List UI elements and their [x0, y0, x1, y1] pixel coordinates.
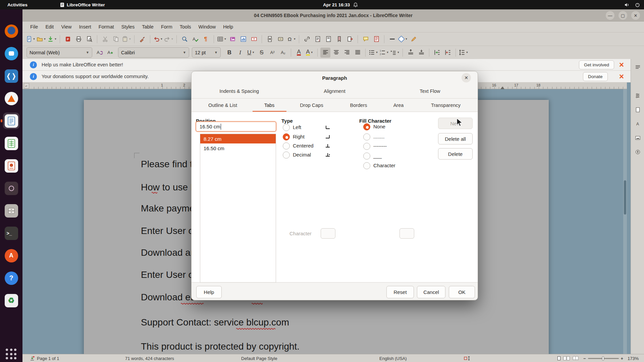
- view-layout-buttons[interactable]: [557, 354, 579, 362]
- type-centered-radio[interactable]: [283, 142, 290, 149]
- dialog-tab-text-flow[interactable]: Text Flow: [382, 84, 478, 98]
- insert-special-character-icon[interactable]: Ω▼: [286, 34, 296, 44]
- dropdown-arrow-icon[interactable]: ▼: [397, 51, 400, 54]
- ordered-list-icon[interactable]: 12▼: [379, 48, 389, 58]
- selection-mode-icon[interactable]: [464, 354, 471, 362]
- decrease-indent-icon[interactable]: [443, 48, 453, 58]
- character-highlight-icon[interactable]: A: [294, 48, 304, 58]
- dropdown-arrow-icon[interactable]: ▼: [171, 38, 174, 41]
- menu-view[interactable]: View: [57, 22, 75, 31]
- export-pdf-icon[interactable]: P: [63, 34, 73, 44]
- track-changes-icon[interactable]: [371, 34, 381, 44]
- save-icon[interactable]: ▼: [47, 34, 57, 44]
- page-style-status[interactable]: Default Page Style: [241, 354, 277, 362]
- document-text-line[interactable]: This product is protected by copyright.: [141, 341, 300, 352]
- strikethrough-icon[interactable]: S: [257, 48, 267, 58]
- gallery-icon[interactable]: [633, 133, 642, 142]
- menu-table[interactable]: Table: [138, 22, 157, 31]
- align-left-icon[interactable]: [320, 48, 330, 58]
- save-status-icon[interactable]: [30, 354, 35, 362]
- close-notification-icon[interactable]: ✕: [618, 73, 625, 80]
- close-window-button[interactable]: ✕: [631, 11, 640, 20]
- underline-icon[interactable]: U▼: [246, 48, 256, 58]
- zoom-slider[interactable]: [588, 358, 619, 359]
- maximize-button[interactable]: ▢: [619, 11, 627, 20]
- word-count-status[interactable]: 71 words, 424 characters: [125, 354, 174, 362]
- unordered-list-icon[interactable]: ▼: [368, 48, 378, 58]
- dock-item-chat[interactable]: [3, 45, 19, 62]
- dropdown-arrow-icon[interactable]: ▼: [376, 51, 378, 54]
- fill-underscore-radio[interactable]: [363, 153, 370, 160]
- dock-item-libreoffice-impress[interactable]: [3, 158, 19, 174]
- zoom-slider-handle[interactable]: [602, 356, 604, 361]
- dropdown-arrow-icon[interactable]: ▼: [466, 51, 469, 54]
- delete-button[interactable]: Delete: [438, 148, 473, 160]
- type-character-input[interactable]: [321, 228, 335, 239]
- zoom-in-icon[interactable]: +: [621, 356, 624, 361]
- paragraph-style-combobox[interactable]: Normal (Web)▼: [26, 47, 92, 58]
- superscript-icon[interactable]: A²: [267, 48, 277, 58]
- menu-window[interactable]: Window: [195, 22, 220, 31]
- power-icon[interactable]: [635, 2, 640, 7]
- show-draw-functions-icon[interactable]: [409, 34, 419, 44]
- dialog-tab-indents-spacing[interactable]: Indents & Spacing: [192, 84, 287, 98]
- dropdown-arrow-icon[interactable]: ▼: [33, 38, 36, 41]
- dialog-close-button[interactable]: ✕: [462, 73, 471, 82]
- zoom-percentage[interactable]: 173%: [628, 354, 639, 362]
- get-involved-button[interactable]: Get involved: [579, 60, 614, 69]
- tab-position-input[interactable]: 16.50 cm: [196, 121, 276, 132]
- properties-icon[interactable]: [633, 91, 642, 100]
- insert-image-icon[interactable]: [227, 34, 237, 44]
- dialog-tab-outline-list[interactable]: Outline & List: [208, 99, 237, 112]
- navigator-icon[interactable]: [633, 147, 642, 156]
- dropdown-arrow-icon[interactable]: ▼: [44, 38, 46, 41]
- subscript-icon[interactable]: A₂: [278, 48, 288, 58]
- dock-item-terminal[interactable]: >_: [3, 225, 19, 241]
- spelling-icon[interactable]: A: [190, 34, 200, 44]
- open-icon[interactable]: ▼: [36, 34, 46, 44]
- delete-all-button[interactable]: Delete all: [438, 133, 473, 144]
- vertical-scrollbar[interactable]: [623, 89, 627, 354]
- sidebar-settings-icon[interactable]: [633, 62, 642, 71]
- highlighting-color-icon[interactable]: A▼: [305, 48, 315, 58]
- dock-item-ubuntu-software[interactable]: A: [3, 247, 19, 264]
- dock-item-libreoffice-calc[interactable]: [3, 135, 19, 152]
- scrollbar-thumb[interactable]: [624, 180, 626, 215]
- dock-item-firefox[interactable]: [3, 23, 19, 39]
- insert-chart-icon[interactable]: [238, 34, 248, 44]
- line-spacing-icon[interactable]: ▼: [459, 48, 469, 58]
- document-text-line[interactable]: Please find th: [141, 159, 198, 170]
- insert-hyperlink-icon[interactable]: [302, 34, 312, 44]
- dialog-tab-tabs[interactable]: Tabs: [264, 99, 275, 112]
- menu-file[interactable]: File: [26, 22, 42, 31]
- minimize-button[interactable]: —: [606, 11, 614, 20]
- new-button[interactable]: New: [438, 118, 473, 129]
- insert-footnote-icon[interactable]: 1: [313, 34, 323, 44]
- align-center-icon[interactable]: [331, 48, 341, 58]
- new-style-icon[interactable]: A: [105, 48, 115, 58]
- insert-page-break-icon[interactable]: [265, 34, 275, 44]
- tab-position-list[interactable]: 8.27 cm16.50 cm: [200, 134, 276, 283]
- insert-cross-reference-icon[interactable]: [345, 34, 355, 44]
- type-right-radio[interactable]: [283, 133, 290, 140]
- menu-insert[interactable]: Insert: [75, 22, 95, 31]
- ruler-indent-marker[interactable]: [500, 86, 504, 89]
- outline-list-icon[interactable]: ▼: [390, 48, 400, 58]
- document-text-line[interactable]: Download eB: [141, 292, 197, 303]
- dropdown-arrow-icon[interactable]: ▼: [405, 38, 408, 41]
- page-number-status[interactable]: Page 1 of 1: [37, 354, 59, 362]
- document-text-line[interactable]: How to use B: [141, 182, 197, 193]
- font-name-combobox[interactable]: Calibri▼: [118, 47, 189, 58]
- dock-item-vlc[interactable]: [3, 90, 19, 107]
- ok-button[interactable]: OK: [449, 286, 475, 298]
- document-text-line[interactable]: Support Contact: service blcup.com: [141, 317, 289, 328]
- volume-icon[interactable]: [624, 2, 630, 7]
- font-size-combobox[interactable]: 12 pt▼: [192, 47, 221, 58]
- dropdown-arrow-icon[interactable]: ▼: [386, 51, 389, 54]
- close-notification-icon[interactable]: ✕: [618, 61, 625, 68]
- menu-help[interactable]: Help: [219, 22, 237, 31]
- dialog-tab-borders[interactable]: Borders: [350, 99, 367, 112]
- insert-text-box-icon[interactable]: T: [249, 34, 259, 44]
- cancel-button[interactable]: Cancel: [417, 286, 445, 298]
- language-status[interactable]: English (USA): [379, 354, 407, 362]
